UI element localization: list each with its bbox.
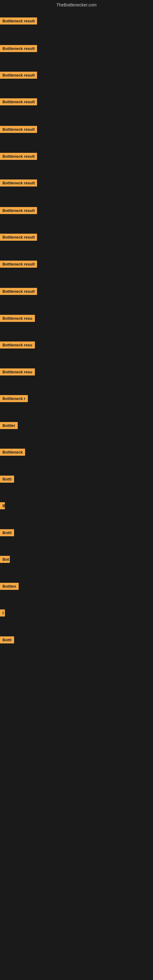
bottleneck-item-5: Bottleneck result	[0, 126, 37, 134]
bottleneck-item-1: Bottleneck result	[0, 18, 37, 26]
site-title: TheBottlenecker.com	[0, 0, 153, 10]
bottleneck-badge-20[interactable]: Bottl	[0, 529, 14, 536]
bottleneck-item-9: Bottleneck result	[0, 234, 37, 242]
bottleneck-item-16: Bottler	[0, 422, 18, 430]
bottleneck-badge-11[interactable]: Bottleneck result	[0, 288, 37, 295]
bottleneck-badge-2[interactable]: Bottleneck result	[0, 45, 37, 52]
bottleneck-item-4: Bottleneck result	[0, 98, 37, 107]
bottleneck-badge-15[interactable]: Bottleneck r	[0, 395, 28, 402]
bottleneck-badge-6[interactable]: Bottleneck result	[0, 153, 37, 160]
bottleneck-item-20: Bottl	[0, 529, 14, 538]
bottleneck-badge-18[interactable]: Bottl	[0, 476, 14, 483]
bottleneck-item-14: Bottleneck resu	[0, 368, 35, 377]
bottleneck-badge-10[interactable]: Bottleneck result	[0, 261, 37, 268]
bottleneck-badge-1[interactable]: Bottleneck result	[0, 18, 37, 24]
bottleneck-badge-24[interactable]: Bottl	[0, 636, 14, 643]
bottleneck-badge-22[interactable]: Bottlen	[0, 583, 19, 590]
bottleneck-item-19: B	[0, 502, 5, 511]
bottleneck-badge-7[interactable]: Bottleneck result	[0, 180, 37, 186]
bottleneck-item-6: Bottleneck result	[0, 153, 37, 161]
bottleneck-item-15: Bottleneck r	[0, 395, 28, 403]
bottleneck-badge-23[interactable]: I	[0, 609, 5, 616]
bottleneck-badge-21[interactable]: Bot	[0, 556, 10, 563]
bottleneck-item-2: Bottleneck result	[0, 45, 37, 53]
bottleneck-badge-13[interactable]: Bottleneck resu	[0, 342, 35, 348]
bottleneck-item-3: Bottleneck result	[0, 72, 37, 80]
bottleneck-badge-8[interactable]: Bottleneck result	[0, 207, 37, 214]
bottleneck-item-23: I	[0, 609, 5, 618]
bottleneck-badge-9[interactable]: Bottleneck result	[0, 234, 37, 241]
bottleneck-item-18: Bottl	[0, 476, 14, 484]
bottleneck-item-17: Bottleneck	[0, 449, 25, 457]
bottleneck-badge-12[interactable]: Bottleneck resu	[0, 315, 35, 322]
bottleneck-item-24: Bottl	[0, 636, 14, 645]
bottleneck-item-21: Bot	[0, 556, 10, 564]
bottleneck-badge-19[interactable]: B	[0, 502, 5, 509]
bottleneck-badge-14[interactable]: Bottleneck resu	[0, 368, 35, 375]
bottleneck-item-10: Bottleneck result	[0, 261, 37, 269]
bottleneck-item-11: Bottleneck result	[0, 288, 37, 296]
bottleneck-item-8: Bottleneck result	[0, 207, 37, 215]
bottleneck-item-22: Bottlen	[0, 583, 19, 591]
bottleneck-badge-3[interactable]: Bottleneck result	[0, 72, 37, 79]
bottleneck-badge-16[interactable]: Bottler	[0, 422, 18, 429]
bottleneck-item-7: Bottleneck result	[0, 180, 37, 188]
bottleneck-badge-17[interactable]: Bottleneck	[0, 449, 25, 456]
bottleneck-item-13: Bottleneck resu	[0, 342, 35, 350]
bottleneck-badge-5[interactable]: Bottleneck result	[0, 126, 37, 133]
bottleneck-item-12: Bottleneck resu	[0, 315, 35, 323]
bottleneck-badge-4[interactable]: Bottleneck result	[0, 98, 37, 105]
